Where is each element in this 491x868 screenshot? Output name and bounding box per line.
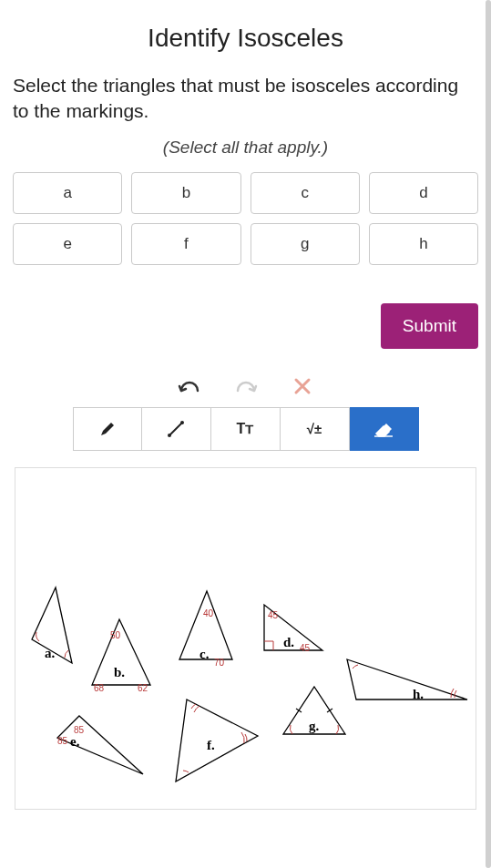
option-h[interactable]: h [369,223,478,265]
angle-b-left: 68 [94,683,104,693]
triangle-h [340,650,476,714]
option-f[interactable]: f [131,223,240,265]
page-title: Identify Isosceles [13,24,478,53]
line-tool[interactable] [142,407,211,451]
text-tool[interactable]: Tᴛ [211,407,281,451]
option-c[interactable]: c [251,172,360,214]
svg-marker-13 [347,659,467,700]
angle-c-top: 40 [203,608,213,618]
label-e: e. [70,734,79,750]
eraser-tool[interactable] [350,407,419,451]
option-g[interactable]: g [251,223,360,265]
option-a[interactable]: a [13,172,122,214]
instruction-text: Select the triangles that must be isosce… [13,73,478,125]
math-tool[interactable]: √± [281,407,350,451]
submit-button[interactable]: Submit [381,303,478,349]
option-e[interactable]: e [13,223,122,265]
svg-marker-9 [176,700,258,781]
redo-icon[interactable] [234,374,258,398]
angle-d-right: 45 [300,643,310,653]
drawing-toolbar: Tᴛ √± [13,407,478,451]
label-c: c. [199,647,209,662]
svg-line-11 [296,709,302,712]
angle-c-bottom: 70 [214,658,224,668]
label-d: d. [283,635,294,650]
scrollbar[interactable] [486,0,491,868]
svg-line-0 [169,423,182,435]
angle-b-top: 50 [110,630,120,640]
drawing-canvas[interactable]: a. 50 68 62 b. 40 70 c. 45 45 d. 85 85 e… [15,467,476,810]
pencil-tool[interactable] [73,407,142,451]
options-grid: a b c d e f g h [13,172,478,265]
label-f: f. [207,738,215,753]
svg-point-1 [168,434,171,437]
svg-point-2 [180,421,184,424]
undo-icon[interactable] [178,374,201,398]
option-d[interactable]: d [369,172,478,214]
angle-e-left: 85 [57,736,67,746]
label-b: b. [114,665,125,680]
angle-d-top: 45 [268,610,278,620]
option-b[interactable]: b [131,172,240,214]
hint-text: (Select all that apply.) [13,138,478,158]
triangle-d [257,599,330,659]
triangle-e [52,712,152,785]
close-icon[interactable] [291,374,314,398]
triangle-b [87,614,158,694]
angle-b-right: 62 [138,683,148,693]
svg-line-12 [327,709,332,712]
label-g: g. [309,719,319,734]
label-a: a. [45,646,55,661]
label-h: h. [413,687,424,702]
